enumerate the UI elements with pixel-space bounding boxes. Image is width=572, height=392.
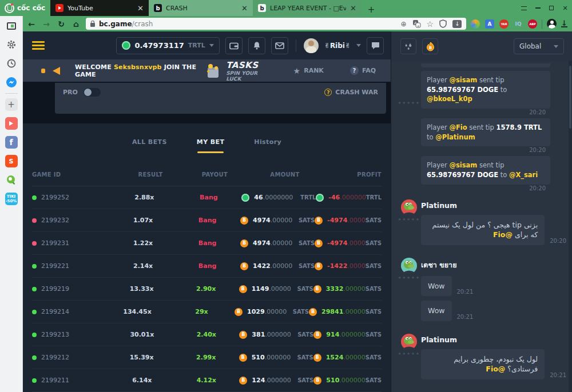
status-dot-icon	[32, 241, 37, 246]
hamburger-menu-icon[interactable]	[32, 41, 45, 50]
tip-fire-button[interactable]: B	[422, 38, 438, 54]
close-button[interactable]: ✕	[558, 0, 572, 16]
chat-username[interactable]: Platinum	[421, 201, 566, 210]
forward-icon[interactable]: →	[41, 19, 51, 29]
coccoc-shortcut-icon[interactable]	[5, 174, 18, 186]
table-row[interactable]: 219921330.01x2.40xB381.000000SATSB914.00…	[32, 323, 382, 346]
side-panel-button[interactable]	[517, 0, 531, 16]
page-url[interactable]: bc.game/crash	[99, 20, 153, 28]
user-avatar[interactable]	[304, 38, 319, 53]
table-row[interactable]: 2199214134.45x29xB1029.00000SATSB29841.0…	[32, 301, 382, 323]
chat-message-group: ★★★★★Platinumلول یک نبودم، چطوری برایم ف…	[391, 334, 572, 384]
tab-my-bet[interactable]: MY BET	[197, 128, 225, 155]
shopee-shortcut-icon[interactable]: S	[5, 155, 18, 167]
tab-youtube[interactable]: YouTube ✕	[50, 0, 149, 16]
browser-profile-icon[interactable]	[547, 19, 557, 29]
restore-button[interactable]	[545, 0, 558, 16]
username[interactable]: ✌Ribi✌	[324, 42, 351, 50]
table-body: 21992522.88xBang46.0000000TRTL-46.000000…	[32, 186, 382, 392]
star-icon: ★	[293, 66, 301, 75]
balance-selector[interactable]: 0.47973117 TRTL	[116, 37, 219, 54]
chat-messages[interactable]: ★★★★★Player @sisam sent tip 65.98769767 …	[391, 61, 572, 392]
promo-banner: WELCOME Seksbsnxvpb JOIN THE GAME TASKS …	[23, 59, 391, 82]
btc-coin-icon: B	[239, 331, 247, 339]
download-manager-icon[interactable]: ↓	[452, 20, 462, 28]
back-icon[interactable]: ←	[26, 19, 37, 29]
mail-button[interactable]	[271, 37, 288, 54]
translate-page-icon[interactable]: Aa	[412, 19, 421, 28]
tab-leap-year-event[interactable]: b LEAP YEAR EVENT - □Event - ✕	[253, 0, 362, 16]
coccoc-brand[interactable]: cốc cốc	[0, 0, 50, 16]
chat-username[interactable]: เดชา ขยาย	[421, 259, 566, 271]
table-row[interactable]: 21992311.22xBangB4974.00000SATSB-4974.00…	[32, 232, 382, 255]
avatar[interactable]	[401, 334, 417, 350]
tab-close-icon[interactable]: ✕	[241, 4, 248, 13]
table-row[interactable]: 21992116.14x4.12xB124.000000SATSB510.000…	[32, 369, 382, 392]
settings-gear-icon[interactable]	[5, 38, 18, 51]
avatar[interactable]	[401, 258, 417, 274]
faq-link[interactable]: ? FAQ	[350, 66, 376, 75]
crash-war-link[interactable]: ? CRASH WAR	[324, 89, 378, 96]
status-dot-icon	[32, 218, 37, 223]
status-dot-icon	[32, 195, 37, 200]
tab-all-bets[interactable]: ALL BETS	[132, 128, 167, 155]
new-tab-button[interactable]: +	[364, 3, 379, 16]
chat-bubble: لول یک نبودم، چطوری برایم فرستادی؟ @Fio	[421, 349, 545, 379]
tab-history[interactable]: History	[254, 128, 281, 155]
facebook-shortcut-icon[interactable]: f	[5, 136, 18, 149]
bookmark-star-icon[interactable]: ☆	[427, 19, 434, 29]
timestamp: 20:21	[550, 372, 566, 379]
reload-icon[interactable]: ↻	[56, 19, 66, 29]
downloads-tray-icon[interactable]: ↓	[561, 20, 567, 27]
address-bar[interactable]: bc.game/crash ⊕ Aa ☆ ↓	[86, 18, 466, 30]
notifications-bell-button[interactable]	[248, 37, 265, 54]
chat-username[interactable]: Platinum	[421, 335, 566, 344]
rain-button[interactable]	[400, 38, 416, 54]
extension-translate-icon[interactable]: A	[485, 19, 494, 29]
wallet-button[interactable]	[225, 37, 243, 54]
tiki-shortcut-icon[interactable]: TIKI-50%	[5, 193, 18, 205]
zoom-add-icon[interactable]: ⊕	[400, 20, 406, 28]
coccoc-logo-icon	[5, 3, 14, 13]
extension-icons: A YAR IQ ABP	[471, 19, 537, 29]
rank-link[interactable]: ★ RANK	[293, 66, 324, 75]
lock-icon[interactable]	[90, 23, 95, 27]
shield-icon[interactable]	[439, 19, 447, 28]
tab-close-icon[interactable]: ✕	[137, 4, 144, 13]
tab-close-icon[interactable]: ✕	[350, 4, 356, 13]
user-rating-stars: ★★★★★	[398, 101, 420, 105]
chat-toggle-button[interactable]	[367, 37, 384, 54]
table-row[interactable]: 21992522.88xBang46.0000000TRTL-46.000000…	[32, 186, 382, 209]
extension-abp-icon[interactable]: ABP	[528, 19, 537, 29]
messenger-icon[interactable]	[5, 76, 18, 89]
sidebar-toggle-icon[interactable]	[5, 19, 18, 32]
bets-table: GAME ID RESULT PAYOUT AMOUNT PROFIT 2199…	[23, 163, 391, 392]
balance-currency: TRTL	[188, 42, 205, 49]
home-icon[interactable]: ⌂	[71, 19, 81, 29]
browser-sidebar: + f S TIKI-50%	[0, 16, 23, 392]
site-header: 0.47973117 TRTL	[23, 31, 391, 59]
tasks-entry[interactable]: TASKS SPIN YOUR LUCK	[206, 60, 267, 82]
chat-scrollbar[interactable]	[569, 61, 572, 392]
add-shortcut-button[interactable]: +	[5, 98, 18, 111]
tab-crash-active[interactable]: b CRASH ✕	[149, 0, 253, 16]
table-row[interactable]: 21992212.14xBangB1422.00000SATSB-1422.00…	[32, 255, 382, 278]
extension-iq-icon[interactable]: IQ	[514, 19, 523, 29]
chevron-down-icon	[554, 45, 558, 48]
table-row[interactable]: 21992321.07xBangB4974.00000SATSB-4974.00…	[32, 209, 382, 232]
chat-tip-notification: Player @Fio sent tip 1578.9 TRTL to @Pla…	[391, 118, 572, 153]
extension-color-wheel-icon[interactable]	[471, 19, 480, 29]
table-row[interactable]: 219921215.39x2.99xB510.000000SATSB1524.0…	[32, 346, 382, 369]
browser-window: cốc cốc YouTube ✕ b CRASH ✕ b LEAP YEAR …	[0, 0, 572, 392]
youtube-shortcut-icon[interactable]	[5, 117, 18, 130]
table-row[interactable]: 219921913.33x2.90xB1149.00000SATSB3332.0…	[32, 278, 382, 301]
question-icon: ?	[350, 66, 359, 75]
chat-channel-select[interactable]: Global	[514, 38, 564, 54]
history-icon[interactable]	[5, 57, 18, 70]
extension-yar-icon[interactable]: YAR	[499, 19, 509, 29]
minimize-button[interactable]	[531, 0, 545, 16]
avatar[interactable]	[401, 199, 417, 215]
pro-label: PRO	[63, 89, 78, 96]
pro-toggle[interactable]	[84, 88, 101, 97]
btc-coin-icon: B	[313, 331, 321, 339]
